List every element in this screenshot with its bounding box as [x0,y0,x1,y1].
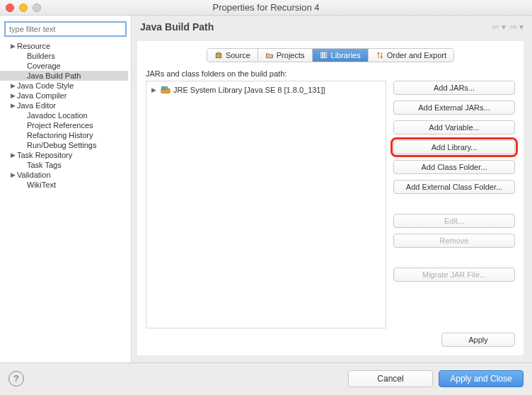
tree-item[interactable]: Project References [0,120,128,130]
tree-item[interactable]: ▶Java Compiler [0,91,128,101]
preferences-tree[interactable]: ▶ResourceBuildersCoverageJava Build Path… [0,41,131,362]
back-icon[interactable]: ⇦ ▾ [492,22,505,32]
remove-button: Remove [393,234,515,248]
svg-rect-0 [216,54,221,58]
tab-label: Source [226,51,250,59]
tab-label: Projects [277,51,305,59]
tree-item-label: Validation [17,171,51,179]
tree-item-label: Run/Debug Settings [27,141,96,149]
tree-item[interactable]: Refactoring History [0,130,128,140]
window-title: Properties for Recursion 4 [6,2,526,13]
svg-rect-2 [323,52,324,58]
apply-and-close-button[interactable]: Apply and Close [439,370,524,387]
tab-source[interactable]: Source [207,49,258,62]
add-external-jars-button[interactable]: Add External JARs... [393,101,515,115]
chevron-right-icon: ▶ [10,42,16,50]
order-icon [376,51,384,59]
viewer-caption: JARs and class folders on the build path… [146,69,386,78]
tree-item[interactable]: ▶Task Repository [0,150,128,160]
tree-item-label: Task Repository [17,151,72,159]
add-jars-button[interactable]: Add JARs... [393,81,515,95]
classpath-viewer[interactable]: ▶ JRE System Library [Java SE 8 [1.8.0_1… [146,81,386,328]
chevron-right-icon: ▶ [10,92,16,99]
tree-item-label: Builders [27,52,55,60]
build-path-tabs: SourceProjectsLibrariesOrder and Export [207,48,454,62]
add-variable-button[interactable]: Add Variable... [393,120,515,134]
add-library-button[interactable]: Add Library... [393,140,515,154]
svg-rect-6 [165,87,168,90]
tree-item-label: Java Code Style [17,81,74,90]
tree-item[interactable]: ▶Java Code Style [0,81,128,91]
apply-button[interactable]: Apply [441,333,515,347]
tree-item[interactable]: Builders [0,51,128,61]
tree-item[interactable]: WikiText [0,180,128,190]
tab-libraries[interactable]: Libraries [313,49,369,62]
package-icon [214,51,223,59]
library-icon [161,85,170,95]
tree-item[interactable]: Task Tags [0,160,128,170]
dialog-footer: ? Cancel Apply and Close [0,362,532,394]
classpath-entry[interactable]: ▶ JRE System Library [Java SE 8 [1.8.0_1… [151,84,381,96]
chevron-right-icon: ▶ [10,82,16,89]
chevron-right-icon: ▶ [151,86,156,93]
tree-item[interactable]: Coverage [0,61,128,71]
minimize-window-button[interactable] [19,4,28,12]
tree-item[interactable]: Javadoc Location [0,110,128,120]
library-icon [320,51,328,59]
tree-item-label: Task Tags [27,161,62,169]
tab-order-and-export[interactable]: Order and Export [369,49,453,62]
tab-label: Libraries [331,51,361,59]
window-titlebar: Properties for Recursion 4 [0,0,532,16]
filter-input[interactable] [4,21,127,37]
cancel-button[interactable]: Cancel [348,370,433,387]
tree-item-label: Java Compiler [17,91,66,100]
chevron-right-icon: ▶ [10,151,16,159]
add-external-class-folder-button[interactable]: Add External Class Folder... [393,180,515,194]
tree-item[interactable]: ▶Java Editor [0,101,128,110]
svg-rect-1 [320,52,322,58]
svg-rect-3 [325,52,326,58]
content-area: Java Build Path ⇦ ▾ ⇨ ▾ SourceProjectsLi… [132,16,532,362]
tree-item[interactable]: Run/Debug Settings [0,140,128,150]
tree-item-label: Resource [17,42,50,50]
tab-projects[interactable]: Projects [258,49,313,62]
help-icon[interactable]: ? [8,371,24,387]
preferences-sidebar: ▶ResourceBuildersCoverageJava Build Path… [0,16,132,362]
chevron-right-icon: ▶ [10,102,16,109]
tree-item-label: Java Editor [17,101,56,110]
maximize-window-button[interactable] [33,4,41,12]
tree-item[interactable]: Java Build Path [0,71,128,81]
edit-button: Edit... [393,214,515,228]
tree-item-label: Java Build Path [27,71,81,80]
tree-item-label: Refactoring History [27,131,93,139]
tree-item-label: WikiText [27,181,56,189]
folder-icon [265,51,274,59]
tree-item-label: Javadoc Location [27,111,88,120]
chevron-right-icon: ▶ [10,171,16,178]
tree-item-label: Project References [27,121,93,130]
tree-item[interactable]: ▶Validation [0,170,128,180]
tab-label: Order and Export [387,51,446,59]
action-button-column: Add JARs... Add External JARs... Add Var… [393,68,515,328]
classpath-entry-label: JRE System Library [Java SE 8 [1.8.0_131… [173,86,325,94]
tree-item-label: Coverage [27,62,61,70]
tree-item[interactable]: ▶Resource [0,41,128,51]
page-nav-controls: ⇦ ▾ ⇨ ▾ [492,22,524,32]
page-title: Java Build Path [140,21,214,33]
add-class-folder-button[interactable]: Add Class Folder... [393,160,515,174]
close-window-button[interactable] [6,4,14,12]
migrate-jar-button: Migrate JAR File... [393,268,515,282]
forward-icon[interactable]: ⇨ ▾ [510,22,524,32]
svg-rect-5 [162,87,165,90]
traffic-lights [6,4,41,12]
